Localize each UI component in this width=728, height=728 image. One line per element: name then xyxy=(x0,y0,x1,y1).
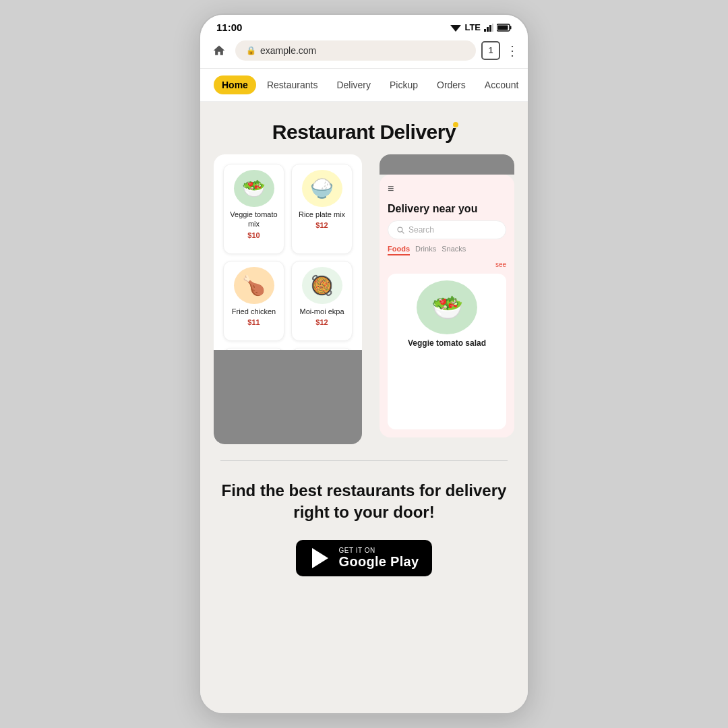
svg-line-9 xyxy=(402,231,404,233)
svg-marker-0 xyxy=(450,25,461,32)
google-play-icon xyxy=(309,547,331,569)
nav-item-pickup[interactable]: Pickup xyxy=(382,75,426,94)
delivery-near-you-title: Delivery near you xyxy=(388,203,506,215)
get-it-on-label: GET IT ON xyxy=(339,547,375,554)
food-card-veggie-tomato: 🥗 Veggie tomato mix $10 xyxy=(223,164,284,254)
hero-section: Restaurant Delivery xyxy=(200,102,528,154)
hero-title: Restaurant Delivery xyxy=(272,121,456,144)
google-play-button[interactable]: GET IT ON Google Play xyxy=(296,540,433,576)
svg-rect-3 xyxy=(489,25,491,32)
food-name-moimoi: Moi-moi ekpa xyxy=(299,307,344,316)
food-price-rice-plate: $12 xyxy=(315,221,328,229)
food-name-rice-plate: Rice plate mix xyxy=(299,210,345,219)
nav-item-delivery[interactable]: Delivery xyxy=(328,75,379,94)
food-img-rice-plate: 🍚 xyxy=(302,170,342,207)
hamburger-icon[interactable]: ≡ xyxy=(388,183,394,195)
right-tabs: Foods Drinks Snacks xyxy=(388,245,506,255)
nav-item-restaurants[interactable]: Restaurants xyxy=(259,75,326,94)
store-name-label: Google Play xyxy=(339,554,419,570)
svg-rect-1 xyxy=(484,29,486,32)
food-price-fried-chicken: $11 xyxy=(247,318,260,326)
url-bar[interactable]: 🔒 example.com xyxy=(235,40,476,61)
battery-icon xyxy=(497,24,512,32)
home-button[interactable] xyxy=(208,40,230,61)
food-price-veggie-tomato: $10 xyxy=(247,231,260,239)
food-price-moimoi: $12 xyxy=(315,318,328,326)
search-icon xyxy=(396,226,404,234)
play-triangle-icon xyxy=(311,547,330,569)
status-bar: 11:00 LTE xyxy=(200,15,528,36)
nav-item-account[interactable]: Account xyxy=(477,75,527,94)
tab-foods[interactable]: Foods xyxy=(388,245,410,255)
svg-rect-6 xyxy=(510,26,512,29)
nav-item-home[interactable]: Home xyxy=(214,75,256,94)
food-card-rice-plate: 🍚 Rice plate mix $12 xyxy=(291,164,353,254)
status-time: 11:00 xyxy=(216,22,242,33)
search-placeholder: Search xyxy=(408,225,434,235)
tab-snacks[interactable]: Snacks xyxy=(442,245,466,255)
food-img-fried-chicken: 🍗 xyxy=(234,267,274,304)
app-preview-container: 🥗 Veggie tomato mix $10 🍚 Rice plate mix… xyxy=(214,154,514,444)
left-overlay xyxy=(214,350,362,444)
signal-icon xyxy=(484,24,493,32)
food-name-fried-chicken: Fried chicken xyxy=(232,307,276,316)
right-panel: ≡ Delivery near you Search Foods Drinks … xyxy=(380,175,514,437)
svg-rect-7 xyxy=(498,25,508,30)
food-img-veggie-tomato: 🥗 xyxy=(234,170,274,207)
browser-chrome: 🔒 example.com 1 ⋮ xyxy=(200,36,528,69)
food-card-fried-chicken: 🍗 Fried chicken $11 xyxy=(223,261,284,341)
see-all-label[interactable]: see xyxy=(388,261,506,268)
bottom-title: Find the best restaurants for delivery r… xyxy=(214,480,514,524)
tab-drinks[interactable]: Drinks xyxy=(415,245,436,255)
nav-bar: Home Restaurants Delivery Pickup Orders … xyxy=(200,69,528,102)
featured-food-img: 🥗 xyxy=(417,280,477,334)
phone-frame: 11:00 LTE 🔒 xyxy=(199,13,529,715)
nav-item-orders[interactable]: Orders xyxy=(429,75,474,94)
food-card-moimoi: 🥘 Moi-moi ekpa $12 xyxy=(291,261,353,341)
wifi-icon xyxy=(450,24,461,32)
food-name-veggie-tomato: Veggie tomato mix xyxy=(229,210,278,229)
featured-food-card: 🥗 Veggie tomato salad xyxy=(388,274,506,429)
featured-food-name: Veggie tomato salad xyxy=(408,338,486,348)
right-top-overlay xyxy=(380,154,514,175)
lte-label: LTE xyxy=(464,22,481,32)
page-content: Home Restaurants Delivery Pickup Orders … xyxy=(200,69,528,713)
url-text: example.com xyxy=(260,45,316,56)
right-panel-header: ≡ xyxy=(388,183,506,195)
tab-count: 1 xyxy=(489,46,493,55)
food-img-moimoi: 🥘 xyxy=(302,267,342,304)
lock-icon: 🔒 xyxy=(246,46,256,55)
status-icons: LTE xyxy=(450,22,512,32)
more-button[interactable]: ⋮ xyxy=(506,42,520,59)
google-play-text: GET IT ON Google Play xyxy=(339,547,419,570)
svg-rect-4 xyxy=(492,24,493,32)
bottom-section: Find the best restaurants for delivery r… xyxy=(200,461,528,603)
svg-rect-2 xyxy=(487,27,489,32)
home-icon xyxy=(212,44,226,57)
hero-dot xyxy=(453,122,458,127)
svg-marker-10 xyxy=(312,548,328,568)
tab-button[interactable]: 1 xyxy=(481,41,500,60)
search-bar[interactable]: Search xyxy=(388,220,506,239)
